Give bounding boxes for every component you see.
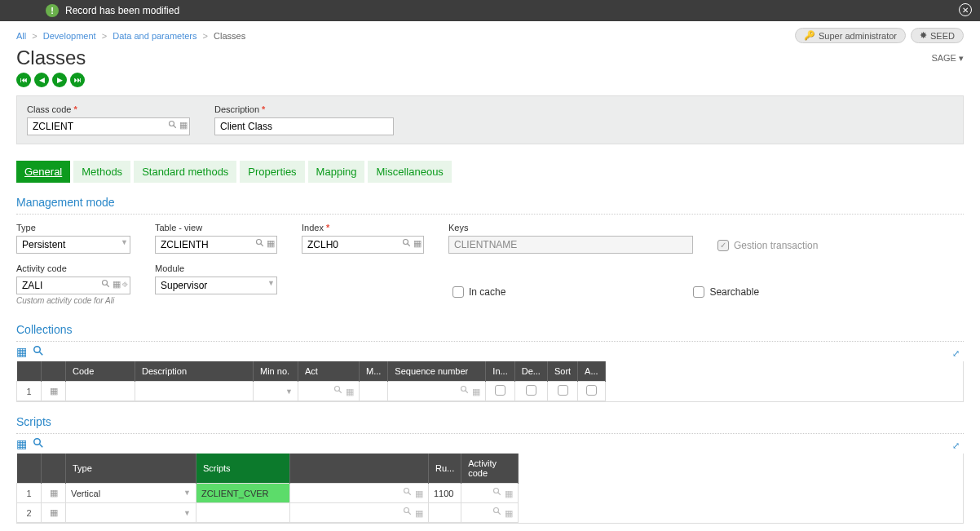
tab-miscellaneous[interactable]: Miscellaneous xyxy=(368,161,451,183)
svg-point-14 xyxy=(34,439,41,445)
type-label: Type xyxy=(16,223,130,232)
tab-mapping[interactable]: Mapping xyxy=(308,161,365,183)
title-row: Classes SAGE ▾ xyxy=(0,46,980,69)
col-m[interactable]: M... xyxy=(360,361,388,382)
col-activity-code[interactable]: Activity code xyxy=(461,454,519,484)
search-icon[interactable] xyxy=(402,238,412,250)
tab-standard-methods[interactable]: Standard methods xyxy=(134,161,236,183)
collections-section: Collections ▦ ⤢ Code Description Min no.… xyxy=(16,318,964,402)
list-icon[interactable]: ▦ xyxy=(179,120,188,131)
col-type[interactable]: Type xyxy=(66,454,196,484)
tab-general[interactable]: General xyxy=(16,161,70,183)
table-row[interactable]: 1 ▦ ▼ ▦ ▦ xyxy=(17,382,606,401)
super-admin-badge[interactable]: 🔑 Super administrator xyxy=(795,28,906,43)
module-select[interactable] xyxy=(155,277,277,294)
search-icon[interactable] xyxy=(168,120,178,131)
svg-line-11 xyxy=(339,391,342,393)
svg-line-21 xyxy=(408,512,411,515)
col-code[interactable]: Code xyxy=(66,361,135,382)
index-label: Index * xyxy=(302,223,424,232)
list-icon[interactable]: ▦ xyxy=(113,279,121,290)
description-label: Description * xyxy=(214,104,394,114)
row-grid-icon[interactable]: ▦ xyxy=(42,382,66,401)
col-in[interactable]: In... xyxy=(486,361,514,382)
col-action xyxy=(42,454,66,484)
description-input[interactable] xyxy=(214,117,394,135)
management-mode-title: Management mode xyxy=(16,191,964,215)
notification-text: Record has been modified xyxy=(65,5,179,16)
svg-line-15 xyxy=(40,445,43,448)
col-sort[interactable]: Sort xyxy=(547,361,577,382)
tab-properties[interactable]: Properties xyxy=(240,161,304,183)
record-nav: ⏮ ◀ ▶ ⏭ xyxy=(0,69,980,95)
link-icon[interactable]: ⎆ xyxy=(122,279,128,290)
col-a[interactable]: A... xyxy=(578,361,606,382)
keys-input xyxy=(448,236,693,254)
prev-record-icon[interactable]: ◀ xyxy=(34,73,49,87)
sage-dropdown[interactable]: SAGE ▾ xyxy=(931,53,964,64)
in-cache-checkbox[interactable]: In cache xyxy=(452,278,505,305)
activity-hint: Custom activity code for Ali xyxy=(16,296,130,305)
checkbox-icon xyxy=(452,286,464,298)
checkbox-icon xyxy=(717,240,729,251)
seed-badge[interactable]: ✸ SEED xyxy=(911,28,964,43)
col-scripts-extra xyxy=(290,454,429,484)
svg-point-18 xyxy=(494,489,499,493)
tabs: General Methods Standard methods Propert… xyxy=(16,161,964,183)
search-icon[interactable] xyxy=(101,279,111,290)
svg-line-19 xyxy=(498,493,501,495)
table-row[interactable]: 2 ▦ ▼ ▦ ▦ xyxy=(17,503,519,523)
chevron-down-icon[interactable]: ▼ xyxy=(121,238,128,246)
scripts-section: Scripts ▦ ⤢ Type Scripts Ru... Activity … xyxy=(16,410,964,524)
search-icon[interactable] xyxy=(33,345,43,358)
svg-line-13 xyxy=(466,391,468,393)
expand-icon[interactable]: ⤢ xyxy=(952,440,960,451)
table-view-label: Table - view xyxy=(155,223,277,232)
svg-point-8 xyxy=(34,347,41,353)
grid-icon[interactable]: ▦ xyxy=(16,437,27,450)
last-record-icon[interactable]: ⏭ xyxy=(70,73,85,87)
breadcrumb-all[interactable]: All xyxy=(16,31,26,41)
expand-icon[interactable]: ⤢ xyxy=(952,348,960,359)
list-icon[interactable]: ▦ xyxy=(413,238,422,250)
first-record-icon[interactable]: ⏮ xyxy=(16,73,31,87)
breadcrumb-development[interactable]: Development xyxy=(43,31,96,41)
col-de[interactable]: De... xyxy=(514,361,547,382)
notification-bar: ! Record has been modified ✕ xyxy=(0,0,980,21)
next-record-icon[interactable]: ▶ xyxy=(52,73,67,87)
search-icon[interactable] xyxy=(255,238,265,250)
breadcrumb-data-parameters[interactable]: Data and parameters xyxy=(113,31,196,41)
col-ru[interactable]: Ru... xyxy=(429,454,461,484)
search-icon[interactable] xyxy=(33,437,43,450)
key-icon: 🔑 xyxy=(804,30,815,41)
type-select[interactable] xyxy=(16,236,130,254)
grid-icon[interactable]: ▦ xyxy=(16,345,27,358)
chevron-down-icon[interactable]: ▼ xyxy=(267,279,275,287)
collections-table: Code Description Min no. Act M... Sequen… xyxy=(16,361,606,401)
col-description[interactable]: Description xyxy=(135,361,254,382)
table-row[interactable]: 1 ▦ Vertical▼ ZCLIENT_CVER ▦ 1100 ▦ xyxy=(17,484,519,503)
col-min-no[interactable]: Min no. xyxy=(254,361,298,382)
svg-point-22 xyxy=(494,508,499,513)
close-icon[interactable]: ✕ xyxy=(959,3,972,16)
scripts-title: Scripts xyxy=(16,410,964,434)
seed-icon: ✸ xyxy=(920,30,927,41)
svg-point-4 xyxy=(404,240,408,245)
col-sequence[interactable]: Sequence number xyxy=(388,361,486,382)
class-code-input[interactable] xyxy=(27,117,190,135)
row-grid-icon[interactable]: ▦ xyxy=(42,484,66,503)
svg-point-0 xyxy=(170,122,174,126)
col-action xyxy=(42,361,66,382)
list-icon[interactable]: ▦ xyxy=(267,238,275,250)
tab-methods[interactable]: Methods xyxy=(73,161,130,183)
col-act[interactable]: Act xyxy=(298,361,360,382)
row-grid-icon[interactable]: ▦ xyxy=(42,503,66,523)
class-code-label: Class code * xyxy=(27,104,190,114)
svg-line-1 xyxy=(174,126,176,128)
breadcrumb-classes: Classes xyxy=(214,31,245,41)
col-scripts[interactable]: Scripts xyxy=(196,454,290,484)
searchable-checkbox[interactable]: Searchable xyxy=(693,278,759,305)
breadcrumb: All > Development > Data and parameters … xyxy=(16,31,790,41)
scripts-table: Type Scripts Ru... Activity code 1 ▦ Ver… xyxy=(16,454,519,523)
svg-line-23 xyxy=(498,512,501,515)
